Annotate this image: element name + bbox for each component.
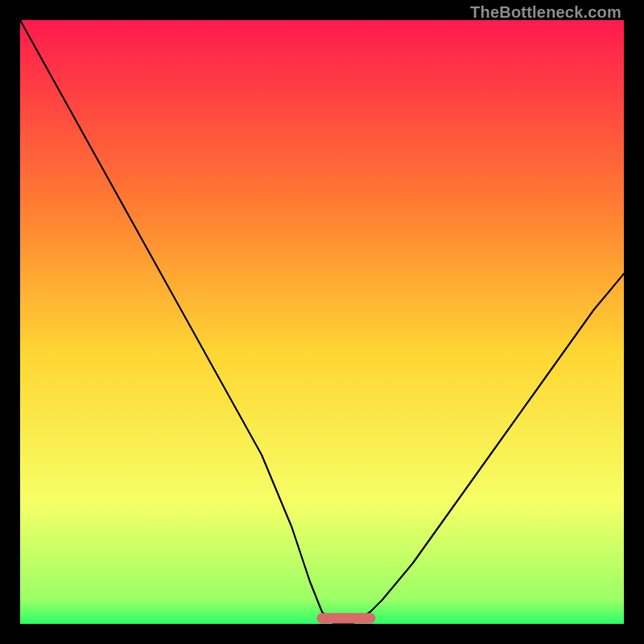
bottleneck-chart <box>20 20 624 624</box>
watermark-text: TheBottleneck.com <box>470 3 621 22</box>
gradient-background <box>20 20 624 624</box>
chart-frame <box>20 20 624 624</box>
